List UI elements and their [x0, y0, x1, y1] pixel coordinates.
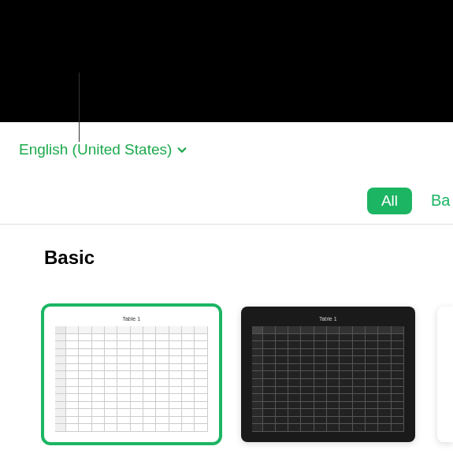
header-bar: English (United States)	[0, 122, 453, 177]
filter-all-label: All	[381, 192, 398, 209]
callout-indicator-line	[79, 73, 80, 142]
filter-all-button[interactable]: All	[367, 188, 412, 214]
template-row: Table 1	[44, 307, 453, 442]
template-blank-dark[interactable]: Table 1	[241, 307, 416, 442]
language-selected-label: English (United States)	[19, 141, 172, 158]
filter-basic-label: Ba	[431, 192, 450, 209]
filter-bar: All Ba	[0, 177, 453, 225]
section-title: Basic	[44, 247, 453, 269]
chevron-down-icon	[176, 144, 188, 155]
template-title: Table 1	[122, 316, 140, 322]
spreadsheet-preview-icon	[252, 326, 405, 432]
template-gallery: Basic Table 1	[0, 225, 453, 476]
template-title: Table 1	[319, 316, 337, 322]
filter-basic-button[interactable]: Ba	[431, 192, 453, 210]
top-spacer	[0, 0, 453, 122]
spreadsheet-preview-icon	[55, 326, 208, 432]
template-blank-light[interactable]: Table 1	[44, 307, 219, 442]
template-next-peek[interactable]	[437, 307, 453, 442]
language-selector[interactable]: English (United States)	[19, 141, 188, 158]
